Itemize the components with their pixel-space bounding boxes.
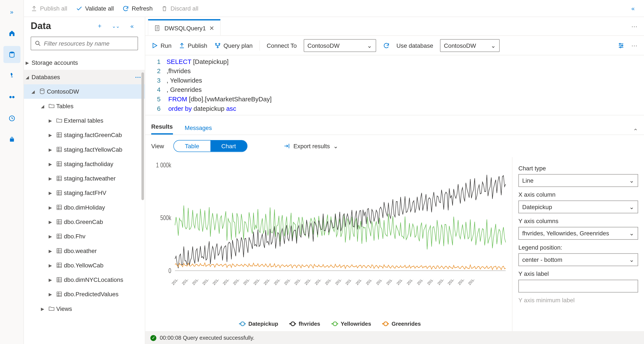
run-button[interactable]: Run (151, 42, 172, 49)
chevron-right-icon: ▶ (49, 191, 55, 195)
table-icon (54, 262, 64, 269)
yaxis-text-input[interactable] (518, 280, 638, 292)
svg-text:0: 0 (168, 267, 171, 275)
collapse-results-icon[interactable]: ⌃ (633, 128, 638, 135)
collapse-right-icon[interactable]: « (631, 5, 634, 12)
filter-input[interactable] (44, 40, 134, 47)
yaxis-label: Y axis columns (518, 218, 638, 224)
table-icon (54, 291, 64, 298)
svg-rect-16 (57, 249, 62, 253)
xaxis-select[interactable]: Datepickup⌄ (518, 201, 638, 213)
tree-item[interactable]: ▶ dbo.YellowCab (24, 258, 145, 272)
chart-type-select[interactable]: Line⌄ (518, 174, 638, 187)
queryplan-button[interactable]: Query plan (214, 42, 253, 49)
svg-rect-15 (57, 234, 62, 239)
tree-item[interactable]: ▶ dbo.dimHoliday (24, 200, 145, 215)
filter-input-container[interactable] (30, 36, 138, 50)
editor-tab[interactable]: DWSQLQuery1 ✕ (148, 19, 221, 35)
rail-home-icon[interactable] (3, 25, 20, 42)
rail-integrate-icon[interactable] (3, 89, 20, 106)
expand-icon[interactable]: ⌄⌄ (110, 23, 122, 29)
chevron-down-icon: ⌄ (629, 230, 634, 237)
tree-item[interactable]: ▶ staging.factweather (24, 171, 145, 186)
table-icon (54, 175, 64, 182)
more-icon[interactable]: ⋯ (135, 74, 142, 80)
svg-text:500k: 500k (160, 214, 171, 222)
svg-rect-5 (10, 139, 14, 142)
table-icon (54, 160, 64, 167)
legend-pos-select[interactable]: center - bottom⌄ (518, 253, 638, 266)
tree-item[interactable]: ▶ staging.factholiday (24, 157, 145, 171)
rail-develop-icon[interactable] (3, 67, 20, 84)
svg-rect-17 (57, 263, 62, 267)
svg-rect-13 (57, 205, 62, 210)
editor-overflow-icon[interactable]: ⋯ (631, 42, 638, 49)
view-toggle[interactable]: Table Chart (174, 140, 248, 152)
tab-overflow-icon[interactable]: ⋯ (625, 23, 644, 30)
refresh-button[interactable]: Refresh (122, 5, 153, 12)
svg-rect-11 (57, 176, 62, 181)
close-tab-icon[interactable]: ✕ (209, 24, 214, 31)
yaxis-select[interactable]: fhvrides, Yellowrides, Greenrides⌄ (518, 227, 638, 240)
publish-all-button[interactable]: Publish all (30, 5, 67, 12)
tab-messages[interactable]: Messages (185, 124, 212, 134)
tree-databases[interactable]: ◢ Databases ⋯ (24, 70, 145, 84)
chevron-down-icon: ⌄ (629, 256, 634, 263)
connect-to-select[interactable]: ContosoDW ⌄ (304, 39, 376, 52)
chevron-right-icon: ▶ (49, 277, 55, 282)
add-icon[interactable]: ＋ (94, 22, 106, 30)
chevron-down-icon: ◢ (41, 104, 47, 108)
settings-icon[interactable] (618, 42, 625, 49)
chevron-right-icon: ▶ (49, 132, 55, 137)
chart-type-label: Chart type (518, 165, 638, 172)
tree-item[interactable]: ▶ External tables (24, 113, 145, 128)
validate-all-button[interactable]: Validate all (76, 5, 114, 12)
refresh-connection-icon[interactable] (383, 42, 390, 49)
tree-item[interactable]: ▶ dbo.PredictedValues (24, 287, 145, 301)
chevron-right-icon: ▶ (49, 176, 55, 181)
tree-item[interactable]: ▶ dbo.GreenCab (24, 215, 145, 229)
tree-storage-accounts[interactable]: ▶ Storage accounts (24, 55, 145, 70)
tree-item[interactable]: ▶ dbo.weather (24, 244, 145, 258)
chevron-right-icon: ▶ (26, 60, 32, 65)
publish-button[interactable]: Publish (178, 42, 207, 49)
collapse-pane-icon[interactable]: « (126, 22, 138, 29)
svg-rect-12 (57, 191, 62, 195)
toggle-chart[interactable]: Chart (210, 140, 247, 151)
tree-scrollbar[interactable] (142, 72, 144, 200)
rail-data-icon[interactable] (3, 46, 20, 63)
table-icon (54, 233, 64, 240)
database-icon (38, 88, 47, 95)
export-results-button[interactable]: Export results ⌄ (283, 143, 338, 150)
tree-item[interactable]: ▶ staging.factYellowCab (24, 142, 145, 157)
use-db-select[interactable]: ContosoDW ⌄ (440, 39, 500, 52)
rail-monitor-icon[interactable] (3, 110, 20, 127)
sql-editor[interactable]: 123456 SELECT [Datepickup],fhvrides, Yel… (145, 55, 644, 115)
tree-item[interactable]: ▶ dbo.dimNYCLocations (24, 273, 145, 287)
tree-item[interactable]: ▶ staging.factFHV (24, 186, 145, 200)
table-icon (54, 247, 64, 254)
chevron-down-icon: ⌄ (629, 204, 634, 210)
tab-results[interactable]: Results (151, 123, 173, 134)
toggle-table[interactable]: Table (174, 140, 210, 151)
tree-item[interactable]: ▶ dbo.Fhv (24, 229, 145, 244)
tree-tables[interactable]: ◢ Tables (24, 99, 145, 113)
chevron-down-icon: ⌄ (629, 177, 634, 184)
discard-all-button[interactable]: Discard all (161, 5, 198, 12)
legend-pos-label: Legend position: (518, 244, 638, 251)
chart-svg: 1 000k500k0 (150, 159, 510, 280)
tree-item[interactable]: ▶ staging.factGreenCab (24, 128, 145, 142)
svg-rect-1 (11, 77, 12, 77)
svg-point-21 (215, 43, 216, 44)
chevron-right-icon: ▶ (49, 118, 55, 123)
rail-expand-icon[interactable]: » (3, 3, 20, 20)
view-label: View (151, 143, 164, 150)
rail-manage-icon[interactable] (3, 131, 20, 148)
tree-views[interactable]: ▶ Views (24, 301, 145, 316)
tree-contosodw[interactable]: ◢ ContosoDW (24, 84, 145, 99)
chevron-right-icon: ▶ (49, 147, 55, 152)
svg-rect-9 (57, 147, 62, 152)
svg-rect-19 (57, 292, 62, 297)
status-bar: ✓ 00:00:08 Query executed successfully. (145, 331, 644, 344)
chevron-right-icon: ▶ (41, 306, 47, 311)
